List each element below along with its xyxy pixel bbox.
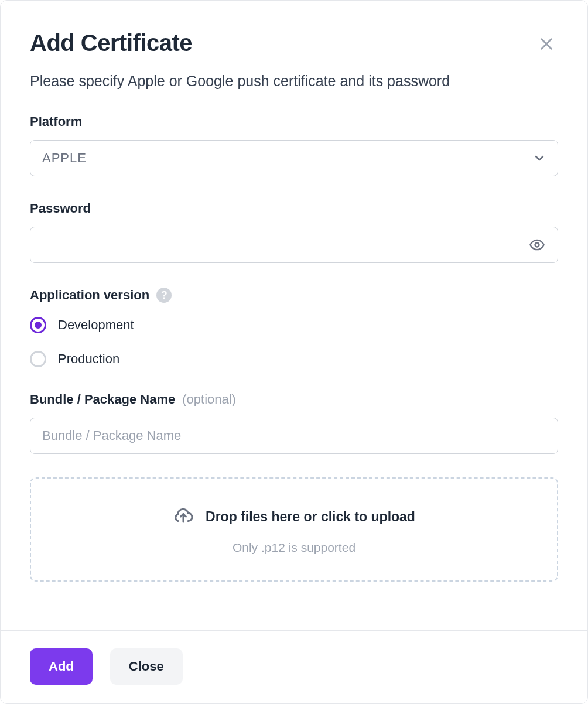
modal-title: Add Certificate <box>30 30 192 56</box>
password-input-wrap <box>30 227 558 263</box>
svg-point-2 <box>535 243 539 247</box>
platform-field: Platform APPLE <box>30 114 558 176</box>
modal-subtitle: Please specify Apple or Google push cert… <box>30 73 558 90</box>
bundle-input[interactable] <box>30 418 558 454</box>
platform-select-wrap: APPLE <box>30 140 558 176</box>
password-input[interactable] <box>30 227 558 263</box>
close-button[interactable]: Close <box>110 648 183 685</box>
app-version-label: Application version ? <box>30 288 558 303</box>
radio-development[interactable]: Development <box>30 317 558 333</box>
radio-production-label: Production <box>58 351 119 367</box>
bundle-input-wrap <box>30 418 558 454</box>
upload-cloud-icon <box>173 504 194 529</box>
app-version-label-text: Application version <box>30 288 149 303</box>
add-certificate-modal: Add Certificate Please specify Apple or … <box>0 0 588 704</box>
file-dropzone[interactable]: Drop files here or click to upload Only … <box>30 477 558 582</box>
dropzone-main-text: Drop files here or click to upload <box>206 509 415 525</box>
radio-development-label: Development <box>58 317 134 333</box>
password-field: Password <box>30 201 558 263</box>
modal-footer: Add Close <box>1 630 587 703</box>
password-label: Password <box>30 201 558 216</box>
app-version-field: Application version ? Development Produc… <box>30 288 558 367</box>
radio-production[interactable]: Production <box>30 351 558 367</box>
modal-body: Add Certificate Please specify Apple or … <box>1 1 587 630</box>
platform-selected-value: APPLE <box>42 151 87 166</box>
radio-indicator <box>30 351 46 367</box>
close-icon[interactable] <box>535 32 558 56</box>
dropzone-main-row: Drop files here or click to upload <box>173 504 415 529</box>
eye-icon[interactable] <box>525 233 549 257</box>
platform-label: Platform <box>30 114 558 129</box>
modal-header: Add Certificate <box>30 30 558 56</box>
add-button[interactable]: Add <box>30 648 93 685</box>
dropzone-sub-text: Only .p12 is supported <box>233 541 355 555</box>
app-version-radios: Development Production <box>30 317 558 367</box>
help-icon[interactable]: ? <box>156 288 172 303</box>
radio-indicator <box>30 317 46 333</box>
bundle-label-text: Bundle / Package Name <box>30 392 175 407</box>
platform-select[interactable]: APPLE <box>30 140 558 176</box>
bundle-optional-text: (optional) <box>182 392 236 407</box>
bundle-field: Bundle / Package Name (optional) <box>30 392 558 454</box>
bundle-label: Bundle / Package Name (optional) <box>30 392 558 407</box>
